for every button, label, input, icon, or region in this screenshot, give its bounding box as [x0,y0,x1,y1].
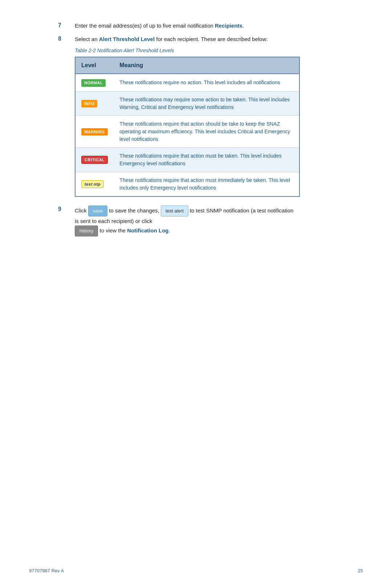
meaning-cell: These notifications require that action … [114,172,299,196]
table-row: test ntpThese notifications require that… [75,172,299,196]
meaning-cell: These notifications may require some act… [114,91,299,115]
threshold-table: Level Meaning NORMALThese notifications … [75,57,300,197]
page-content: 7 Enter the email address(es) of up to f… [0,0,327,271]
step9-text5: . [169,227,170,234]
step-8-number: 8 [58,36,73,42]
step-7-text: Enter the email address(es) of up to fiv… [75,22,244,30]
footer-left: 97707987 Rev A [29,568,64,573]
footer: 97707987 Rev A 25 [29,568,363,573]
test-alert-button[interactable]: test alert [161,206,188,216]
footer-right: 25 [358,568,363,573]
history-button[interactable]: history [75,226,98,236]
step-7-text-after: . [242,23,244,29]
step9-text4: to view the [98,227,127,234]
level-badge: NORMAL [81,79,106,87]
step-9-text: Click save to save the changes, test ale… [75,206,298,237]
step-8-text-before: Select an [75,36,99,42]
step-9-number: 9 [58,206,73,212]
meaning-cell: These notifications require that action … [114,115,299,147]
level-cell: test ntp [75,172,114,196]
step-7-number: 7 [58,22,73,29]
table-row: NORMALThese notifications require no act… [75,74,299,91]
level-badge: INFO [81,100,97,108]
level-badge: test ntp [81,180,104,188]
save-button[interactable]: save [88,206,107,216]
step-8-text-after: for each recipient. These are described … [155,36,268,42]
level-cell: INFO [75,91,114,115]
step-8-bold: Alert Threshold Level [99,36,155,42]
step9-text2: to save the changes, [107,207,161,214]
table-caption: Table 2-2 Notification Alert Threshold L… [75,47,300,54]
step9-text1: Click [75,207,88,214]
step-7-text-before: Enter the email address(es) of up to fiv… [75,23,215,29]
level-cell: CRITICAL [75,147,114,172]
level-badge: WARNING [81,128,108,136]
step9-notification-log: Notification Log [127,227,168,234]
table-row: INFOThese notifications may require some… [75,91,299,115]
col-header-level: Level [75,57,114,74]
meaning-cell: These notifications require no action. T… [114,74,299,91]
step-8: 8 Select an Alert Threshold Level for ea… [58,35,298,197]
table-row: CRITICALThese notifications require that… [75,147,299,172]
level-badge: CRITICAL [81,156,108,164]
step-9: 9 Click save to save the changes, test a… [58,206,298,237]
col-header-meaning: Meaning [114,57,299,74]
table-row: WARNINGThese notifications require that … [75,115,299,147]
meaning-cell: These notifications require that action … [114,147,299,172]
step-7: 7 Enter the email address(es) of up to f… [58,22,298,30]
level-cell: NORMAL [75,74,114,91]
step-8-text: Select an Alert Threshold Level for each… [75,35,300,197]
level-cell: WARNING [75,115,114,147]
step-7-bold: Recipients [215,23,242,29]
